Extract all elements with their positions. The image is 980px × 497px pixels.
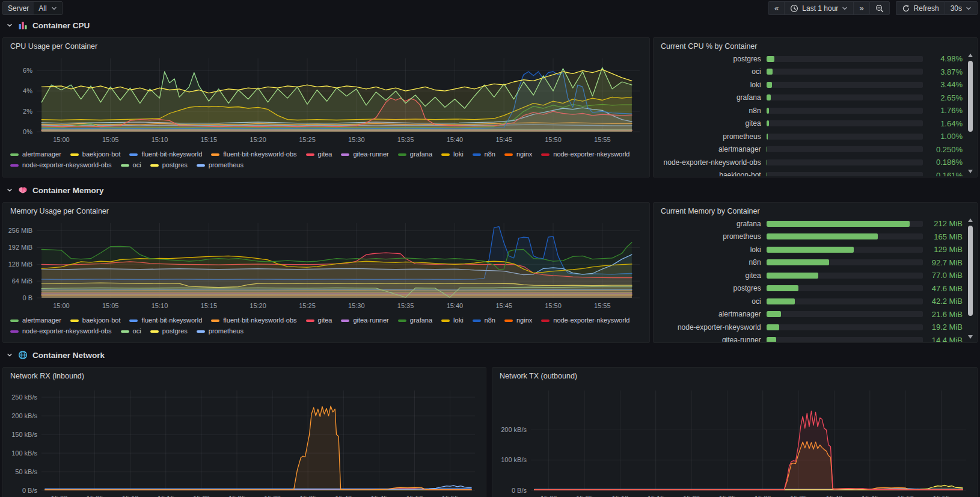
legend-series-label: fluent-bit-nkeysworld (141, 150, 202, 159)
gauge-fill (767, 221, 910, 227)
legend-item-node-exporter-nkeysworld-obs[interactable]: node-exporter-nkeysworld-obs (10, 327, 112, 336)
legend-item-nginx[interactable]: nginx (504, 316, 532, 325)
row-header-container-network[interactable]: Container Network (2, 350, 105, 360)
legend-item-n8n[interactable]: n8n (473, 150, 495, 159)
gauge-track (767, 82, 923, 88)
legend-series-swatch (341, 153, 349, 156)
scroll-up-icon[interactable] (968, 218, 973, 222)
x-tick-label: 15:40 (447, 302, 464, 309)
legend-item-alertmanager[interactable]: alertmanager (10, 150, 61, 159)
gauge-track (767, 285, 923, 291)
legend-item-nginx[interactable]: nginx (504, 150, 532, 159)
gauge-fill (767, 285, 798, 291)
gauge-row-label: node-exporter-nkeysworld-obs (658, 158, 761, 167)
time-shift-forward-button[interactable]: » (853, 1, 869, 15)
legend-item-loki[interactable]: loki (441, 316, 464, 325)
legend-series-label: nginx (516, 316, 532, 325)
time-shift-back-button[interactable]: « (768, 1, 784, 15)
legend-item-baekjoon-bot[interactable]: baekjoon-bot (70, 316, 121, 325)
cpu-legend: alertmanagerbaekjoon-botfluent-bit-nkeys… (10, 150, 642, 170)
x-tick-label: 15:00 (53, 302, 70, 309)
scroll-down-icon[interactable] (968, 170, 973, 173)
legend-item-fluent-bit-nkeysworld[interactable]: fluent-bit-nkeysworld (129, 150, 202, 159)
legend-item-postgres[interactable]: postgres (150, 161, 188, 170)
gauge-row-prometheus: prometheus165 MiB (658, 230, 963, 244)
series-area-gitea (534, 411, 963, 490)
x-tick-label: 15:45 (495, 136, 512, 143)
legend-item-n8n[interactable]: n8n (473, 316, 495, 325)
gauge-row-label: oci (658, 67, 761, 76)
legend-item-grafana[interactable]: grafana (398, 150, 432, 159)
y-tick-label: 50 kB/s (15, 468, 37, 475)
gauge-fill (767, 172, 767, 176)
panel-title-cpu-usage[interactable]: CPU Usage per Container (10, 42, 97, 51)
legend-series-label: gitea (318, 150, 332, 159)
scroll-up-icon[interactable] (968, 54, 973, 57)
legend-series-label: fluent-bit-nkeysworld-obs (223, 150, 296, 159)
x-tick-label: 15:55 (594, 302, 611, 309)
gauge-row-node-exporter-nkeysworld-obs: node-exporter-nkeysworld-obs0.186% (658, 156, 963, 169)
legend-item-loki[interactable]: loki (441, 150, 464, 159)
legend-series-label: prometheus (209, 327, 243, 336)
scroll-down-icon[interactable] (968, 335, 973, 339)
gauge-row-alertmanager: alertmanager0.250% (658, 143, 963, 156)
legend-item-baekjoon-bot[interactable]: baekjoon-bot (70, 150, 121, 159)
legend-item-gitea-runner[interactable]: gitea-runner (341, 316, 388, 325)
server-variable-dropdown[interactable]: All (34, 2, 61, 14)
legend-series-swatch (473, 153, 481, 156)
gauge-fill (767, 82, 772, 88)
legend-item-node-exporter-nkeysworld[interactable]: node-exporter-nkeysworld (541, 316, 629, 325)
legend-series-label: n8n (485, 316, 495, 325)
legend-item-prometheus[interactable]: prometheus (197, 327, 243, 336)
legend-item-oci[interactable]: oci (121, 161, 141, 170)
chevron-down-icon (6, 22, 13, 29)
server-variable-control[interactable]: Server All (2, 1, 63, 15)
panel-title-network-rx[interactable]: Network RX (inbound) (10, 372, 84, 380)
legend-item-node-exporter-nkeysworld-obs[interactable]: node-exporter-nkeysworld-obs (10, 161, 112, 170)
network-rx-chart[interactable]: 15:0015:0515:1015:1515:2015:2515:3015:35… (7, 386, 482, 497)
legend-item-postgres[interactable]: postgres (150, 327, 188, 336)
memory-usage-chart[interactable]: 15:0015:0515:1015:1515:2015:2515:3015:35… (7, 220, 646, 312)
server-variable-label: Server (3, 2, 34, 14)
chevron-down-icon (966, 5, 972, 11)
legend-item-alertmanager[interactable]: alertmanager (10, 316, 61, 325)
y-tick-label: 64 MiB (12, 277, 32, 285)
gauge-row-grafana: grafana212 MiB (658, 217, 963, 230)
legend-item-fluent-bit-nkeysworld-obs[interactable]: fluent-bit-nkeysworld-obs (211, 316, 296, 325)
refresh-button[interactable]: Refresh (896, 1, 945, 15)
row-header-container-memory[interactable]: Container Memory (2, 185, 104, 196)
gauge-row-label: postgres (658, 55, 761, 63)
legend-series-label: grafana (410, 150, 432, 159)
legend-item-fluent-bit-nkeysworld[interactable]: fluent-bit-nkeysworld (129, 316, 202, 325)
memory-gauge-scrollbar[interactable] (967, 218, 974, 339)
legend-item-gitea-runner[interactable]: gitea-runner (341, 150, 388, 159)
cpu-usage-chart[interactable]: 15:0015:0515:1015:1515:2015:2515:3015:35… (7, 55, 646, 146)
row-header-container-cpu[interactable]: Container CPU (2, 20, 90, 31)
cpu-gauge-scrollbar[interactable] (967, 54, 974, 173)
network-tx-chart[interactable]: 15:0015:0515:1015:1515:2015:2515:3015:35… (496, 386, 973, 497)
panel-network-rx: Network RX (inbound) 15:0015:0515:1015:1… (2, 367, 486, 497)
time-range-picker-button[interactable]: Last 1 hour (784, 1, 853, 15)
scrollbar-thumb[interactable] (968, 61, 973, 132)
brain-icon (18, 185, 28, 195)
panel-title-cpu-gauge[interactable]: Current CPU % by Container (661, 42, 757, 51)
legend-item-gitea[interactable]: gitea (306, 150, 332, 159)
legend-item-prometheus[interactable]: prometheus (197, 161, 243, 170)
legend-item-gitea[interactable]: gitea (306, 316, 332, 325)
zoom-out-time-button[interactable] (869, 1, 890, 15)
legend-item-grafana[interactable]: grafana (398, 316, 432, 325)
refresh-interval-dropdown[interactable]: 30s (945, 1, 978, 15)
x-tick-label: 15:05 (102, 302, 119, 309)
panel-title-memory-usage[interactable]: Memory Usage per Container (10, 207, 109, 215)
legend-series-label: oci (133, 327, 141, 336)
legend-series-swatch (10, 320, 19, 322)
legend-item-fluent-bit-nkeysworld-obs[interactable]: fluent-bit-nkeysworld-obs (211, 150, 296, 159)
panel-title-memory-gauge[interactable]: Current Memory by Container (661, 207, 760, 215)
legend-item-oci[interactable]: oci (121, 327, 141, 336)
gauge-track (767, 259, 923, 265)
gauge-fill (767, 108, 770, 114)
legend-series-swatch (211, 320, 219, 322)
panel-title-network-tx[interactable]: Network TX (outbound) (500, 372, 577, 380)
legend-item-node-exporter-nkeysworld[interactable]: node-exporter-nkeysworld (541, 150, 629, 159)
scrollbar-thumb[interactable] (968, 226, 973, 316)
